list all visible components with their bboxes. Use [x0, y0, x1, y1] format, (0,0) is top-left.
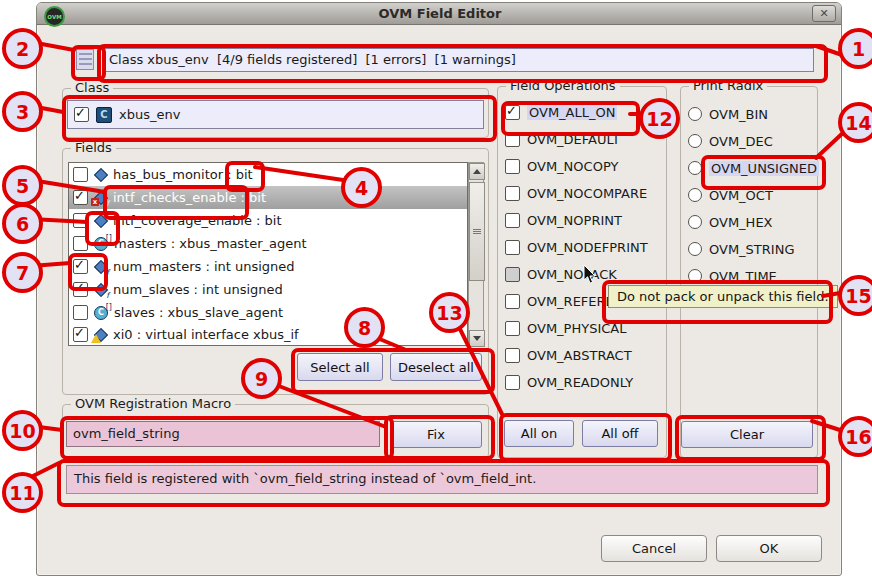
- annotation-circle-9: 9: [241, 358, 282, 399]
- fieldop-item[interactable]: OVM_ABSTRACT: [505, 346, 632, 364]
- row-label: intf_coverage_enable : bit: [113, 213, 282, 228]
- fieldop-checkbox[interactable]: [505, 348, 520, 363]
- radio-icon[interactable]: [688, 188, 702, 202]
- fieldop-checkbox[interactable]: [505, 321, 520, 336]
- fieldop-item[interactable]: OVM_NODEFPRINT: [505, 238, 648, 256]
- ok-button[interactable]: OK: [716, 535, 822, 562]
- list-item[interactable]: ✓ f num_masters : int unsigned: [69, 255, 467, 278]
- fieldop-label: OVM_NODEFPRINT: [527, 240, 648, 255]
- list-item[interactable]: ✓ xi0 : virtual interface xbus_if: [69, 324, 467, 345]
- radix-item[interactable]: OVM_OCT: [688, 186, 773, 204]
- radix-item[interactable]: OVM_TIME: [688, 267, 777, 285]
- row-label: num_slaves : int unsigned: [113, 282, 283, 297]
- macro-value: ovm_field_string: [73, 426, 180, 441]
- fieldop-item-hover[interactable]: OVM_NOPACK: [505, 265, 617, 283]
- fieldop-checkbox[interactable]: [505, 159, 520, 174]
- close-icon[interactable]: ✕: [812, 5, 836, 22]
- row-checkbox[interactable]: [73, 213, 88, 228]
- field-diamond-icon: f: [94, 260, 107, 273]
- radix-item-highlighted[interactable]: OVM_UNSIGNED: [688, 159, 819, 177]
- annotation-circle-7: 7: [2, 252, 43, 293]
- annotation-circle-5: 5: [2, 165, 43, 206]
- list-item-selected[interactable]: ✓ xf intf_checks_enable : bit: [69, 186, 467, 209]
- fieldop-item[interactable]: OVM_NOCOMPARE: [505, 184, 647, 202]
- fieldop-checkbox[interactable]: [505, 213, 520, 228]
- fieldop-item[interactable]: OVM_READONLY: [505, 373, 633, 391]
- fieldop-checkbox[interactable]: [505, 267, 520, 282]
- all-on-button[interactable]: All on: [504, 420, 574, 447]
- scroll-down-icon[interactable]: [469, 330, 485, 347]
- field-diamond-error-icon: xf: [94, 191, 107, 204]
- annotation-circle-6: 6: [2, 203, 43, 244]
- radix-label: OVM_HEX: [709, 215, 773, 230]
- list-item[interactable]: ✓ f num_slaves : int unsigned: [69, 278, 467, 301]
- row-checkbox[interactable]: ✓: [73, 282, 88, 297]
- status-bar: Class xbus_env [4/9 fields registered] […: [103, 48, 814, 72]
- window-title: OVM Field Editor: [120, 3, 760, 25]
- fieldop-item[interactable]: ✓ OVM_ALL_ON: [505, 103, 617, 121]
- fieldop-item[interactable]: OVM_PHYSICAL: [505, 319, 626, 337]
- fieldop-checkbox[interactable]: [505, 294, 520, 309]
- field-diamond-icon: f: [94, 283, 107, 296]
- cancel-button[interactable]: Cancel: [601, 535, 707, 562]
- fieldop-label: OVM_ABSTRACT: [527, 348, 632, 363]
- row-label: num_masters : int unsigned: [113, 259, 295, 274]
- screenshot-canvas: OVM OVM Field Editor ✕ Class xbus_env [4…: [0, 0, 872, 582]
- row-checkbox[interactable]: ✓: [73, 327, 88, 342]
- radio-icon[interactable]: [688, 242, 702, 256]
- radix-label: OVM_STRING: [709, 242, 794, 257]
- radix-item[interactable]: OVM_DEC: [688, 132, 773, 150]
- class-name: xbus_env: [119, 107, 180, 122]
- all-off-button[interactable]: All off: [582, 420, 658, 447]
- fieldop-label: OVM_READONLY: [527, 375, 633, 390]
- list-item[interactable]: C[] slaves : xbus_slave_agent: [69, 301, 467, 324]
- radix-label: OVM_DEC: [709, 134, 773, 149]
- radio-icon[interactable]: [688, 134, 702, 148]
- fix-button[interactable]: Fix: [390, 421, 482, 448]
- list-item[interactable]: has_bus_monitor : bit: [69, 163, 467, 186]
- tooltip: Do not pack or unpack this field.: [608, 285, 838, 308]
- row-checkbox[interactable]: [73, 167, 88, 182]
- fieldop-checkbox[interactable]: [505, 240, 520, 255]
- row-label: xi0 : virtual interface xbus_if: [113, 327, 299, 342]
- fieldop-item[interactable]: OVM_DEFAULT: [505, 130, 620, 148]
- radio-icon[interactable]: [688, 269, 702, 283]
- fieldop-item[interactable]: OVM_NOPRINT: [505, 211, 622, 229]
- fields-list[interactable]: has_bus_monitor : bit ✓ xf intf_checks_e…: [68, 162, 468, 346]
- fieldop-checkbox[interactable]: [505, 186, 520, 201]
- row-checkbox[interactable]: [73, 236, 88, 251]
- class-row[interactable]: ✓ C xbus_env: [67, 100, 484, 129]
- select-all-button[interactable]: Select all: [297, 353, 383, 381]
- status-list-icon[interactable]: [76, 49, 94, 70]
- radix-item[interactable]: OVM_STRING: [688, 240, 794, 258]
- list-item[interactable]: intf_coverage_enable : bit: [69, 209, 467, 232]
- annotation-circle-14: 14: [838, 102, 872, 143]
- fields-scrollbar[interactable]: [468, 162, 484, 346]
- row-checkbox[interactable]: ✓: [73, 259, 88, 274]
- radix-label: OVM_OCT: [709, 188, 773, 203]
- radio-icon[interactable]: [688, 107, 702, 121]
- row-checkbox[interactable]: ✓: [73, 190, 88, 205]
- row-checkbox[interactable]: [73, 305, 88, 320]
- fieldop-checkbox[interactable]: [505, 375, 520, 390]
- radix-item[interactable]: OVM_HEX: [688, 213, 773, 231]
- class-array-icon: C[]: [94, 306, 108, 320]
- error-message-text: This field is registered with `ovm_field…: [74, 471, 536, 486]
- clear-button[interactable]: Clear: [681, 421, 813, 448]
- scrollbar-thumb[interactable]: [469, 182, 485, 281]
- radix-label: OVM_UNSIGNED: [709, 161, 819, 176]
- fieldop-checkbox[interactable]: [505, 132, 520, 147]
- deselect-all-button[interactable]: Deselect all: [390, 353, 482, 381]
- fieldop-checkbox[interactable]: ✓: [505, 105, 520, 120]
- radio-icon[interactable]: [688, 161, 702, 175]
- class-icon: C: [96, 107, 112, 123]
- annotation-circle-8: 8: [344, 307, 385, 348]
- radio-icon[interactable]: [688, 215, 702, 229]
- class-array-icon: C[]: [94, 237, 108, 251]
- fieldop-item[interactable]: OVM_NOCOPY: [505, 157, 618, 175]
- radix-item[interactable]: OVM_BIN: [688, 105, 768, 123]
- scroll-up-icon[interactable]: [469, 163, 485, 180]
- macro-input[interactable]: ovm_field_string: [66, 421, 380, 447]
- list-item[interactable]: C[] masters : xbus_master_agent: [69, 232, 467, 255]
- class-checkbox[interactable]: ✓: [74, 107, 89, 122]
